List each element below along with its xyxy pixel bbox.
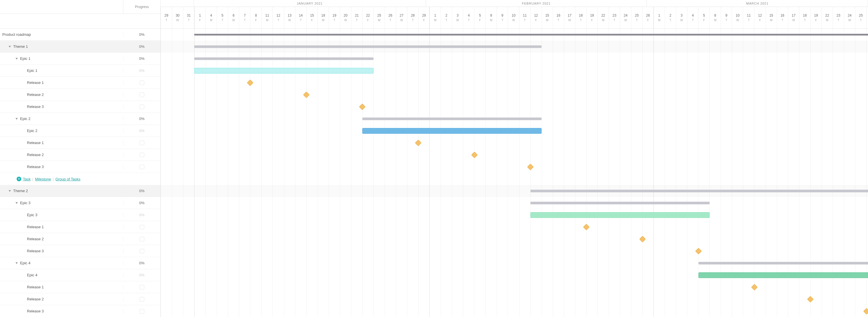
- row-name[interactable]: Release 1: [0, 141, 123, 145]
- expand-caret-icon[interactable]: [16, 202, 18, 204]
- progress-cell[interactable]: 0%: [123, 189, 160, 193]
- row-name[interactable]: Release 1: [0, 225, 123, 229]
- row-name[interactable]: Release 1: [0, 285, 123, 289]
- task-row[interactable]: Epic 20%: [0, 125, 160, 137]
- progress-cell[interactable]: 0%: [123, 116, 160, 121]
- milestone-checkbox[interactable]: [140, 237, 144, 241]
- progress-cell[interactable]: [123, 249, 160, 253]
- progress-cell[interactable]: 0%: [123, 32, 160, 37]
- progress-cell[interactable]: [123, 225, 160, 230]
- milestone-diamond-icon[interactable]: [751, 284, 758, 291]
- expand-caret-icon[interactable]: [16, 58, 18, 60]
- progress-cell[interactable]: 0%: [123, 213, 160, 217]
- row-name[interactable]: Epic 3: [0, 213, 123, 217]
- row-name[interactable]: Release 3: [0, 309, 123, 313]
- task-bar[interactable]: [699, 272, 868, 278]
- ms-row[interactable]: Release 2: [0, 293, 160, 305]
- ms-row[interactable]: Release 1: [0, 77, 160, 89]
- row-name[interactable]: Epic 1: [0, 68, 123, 73]
- ms-row[interactable]: Release 3: [0, 161, 160, 173]
- ms-row[interactable]: Release 2: [0, 89, 160, 101]
- ms-row[interactable]: Release 3: [0, 245, 160, 257]
- expand-caret-icon[interactable]: [9, 46, 11, 47]
- progress-cell[interactable]: 0%: [123, 201, 160, 205]
- progress-cell[interactable]: [123, 165, 160, 169]
- root-row[interactable]: Product roadmap0%: [0, 29, 160, 41]
- milestone-diamond-icon[interactable]: [303, 92, 310, 98]
- milestone-checkbox[interactable]: [140, 105, 144, 109]
- milestone-diamond-icon[interactable]: [415, 140, 422, 146]
- milestone-diamond-icon[interactable]: [527, 164, 534, 170]
- progress-cell[interactable]: [123, 93, 160, 97]
- epic-row[interactable]: Epic 30%: [0, 197, 160, 209]
- row-name[interactable]: Release 2: [0, 237, 123, 241]
- row-name[interactable]: Release 2: [0, 93, 123, 97]
- progress-cell[interactable]: [123, 105, 160, 109]
- group-bar[interactable]: [699, 262, 868, 265]
- task-bar[interactable]: [530, 212, 710, 218]
- ms-row[interactable]: Release 1: [0, 281, 160, 293]
- summary-bar[interactable]: [194, 45, 541, 48]
- theme-row[interactable]: Theme 20%: [0, 185, 160, 197]
- progress-cell[interactable]: [123, 297, 160, 302]
- milestone-diamond-icon[interactable]: [863, 308, 868, 315]
- add-task-link[interactable]: Task: [23, 177, 31, 181]
- group-bar[interactable]: [362, 118, 541, 120]
- expand-caret-icon[interactable]: [16, 118, 18, 120]
- milestone-checkbox[interactable]: [140, 225, 144, 230]
- milestone-diamond-icon[interactable]: [247, 80, 254, 86]
- progress-cell[interactable]: 0%: [123, 44, 160, 49]
- timeline-panel[interactable]: JANUARY 2021FEBRUARY 2021MARCH 2021 29T3…: [161, 0, 868, 317]
- task-row[interactable]: Epic 10%: [0, 65, 160, 77]
- plus-icon[interactable]: +: [17, 177, 21, 181]
- ms-row[interactable]: Release 3: [0, 101, 160, 113]
- milestone-checkbox[interactable]: [140, 93, 144, 97]
- row-name[interactable]: Release 3: [0, 105, 123, 109]
- milestone-diamond-icon[interactable]: [695, 248, 702, 254]
- expand-caret-icon[interactable]: [9, 190, 11, 192]
- root-bar[interactable]: [194, 34, 868, 36]
- task-bar[interactable]: [194, 68, 373, 74]
- add-group-link[interactable]: Group of Tasks: [55, 177, 80, 181]
- row-name[interactable]: Epic 4: [0, 273, 123, 277]
- theme-row[interactable]: Theme 10%: [0, 41, 160, 53]
- progress-cell[interactable]: [123, 80, 160, 85]
- milestone-checkbox[interactable]: [140, 249, 144, 253]
- milestone-diamond-icon[interactable]: [359, 104, 366, 110]
- progress-cell[interactable]: [123, 309, 160, 314]
- milestone-checkbox[interactable]: [140, 297, 144, 302]
- milestone-checkbox[interactable]: [140, 285, 144, 289]
- milestone-checkbox[interactable]: [140, 80, 144, 85]
- progress-cell[interactable]: 0%: [123, 261, 160, 265]
- row-name[interactable]: Epic 4: [0, 261, 123, 265]
- add-milestone-link[interactable]: Milestone: [35, 177, 51, 181]
- row-name[interactable]: Theme 2: [0, 189, 123, 193]
- row-name[interactable]: Theme 1: [0, 44, 123, 49]
- row-name[interactable]: Release 1: [0, 80, 123, 85]
- progress-cell[interactable]: 0%: [123, 57, 160, 61]
- milestone-diamond-icon[interactable]: [471, 152, 477, 158]
- row-name[interactable]: Product roadmap: [0, 32, 123, 37]
- row-name[interactable]: Release 3: [0, 165, 123, 169]
- epic-row[interactable]: Epic 10%: [0, 53, 160, 65]
- progress-cell[interactable]: 0%: [123, 129, 160, 133]
- milestone-checkbox[interactable]: [140, 153, 144, 157]
- milestone-diamond-icon[interactable]: [807, 296, 814, 303]
- ms-row[interactable]: Release 2: [0, 233, 160, 245]
- progress-cell[interactable]: [123, 285, 160, 289]
- progress-cell[interactable]: [123, 141, 160, 145]
- milestone-checkbox[interactable]: [140, 309, 144, 314]
- row-name[interactable]: Release 2: [0, 153, 123, 157]
- row-name[interactable]: Epic 3: [0, 201, 123, 205]
- row-name[interactable]: Epic 2: [0, 116, 123, 121]
- milestone-diamond-icon[interactable]: [583, 224, 590, 231]
- group-bar[interactable]: [530, 202, 710, 205]
- ms-row[interactable]: Release 3: [0, 305, 160, 317]
- progress-cell[interactable]: [123, 237, 160, 241]
- ms-row[interactable]: Release 1: [0, 137, 160, 149]
- gantt-chart-body[interactable]: [161, 29, 868, 317]
- progress-cell[interactable]: [123, 153, 160, 157]
- task-row[interactable]: Epic 30%: [0, 209, 160, 221]
- ms-row[interactable]: Release 1: [0, 221, 160, 233]
- milestone-checkbox[interactable]: [140, 165, 144, 169]
